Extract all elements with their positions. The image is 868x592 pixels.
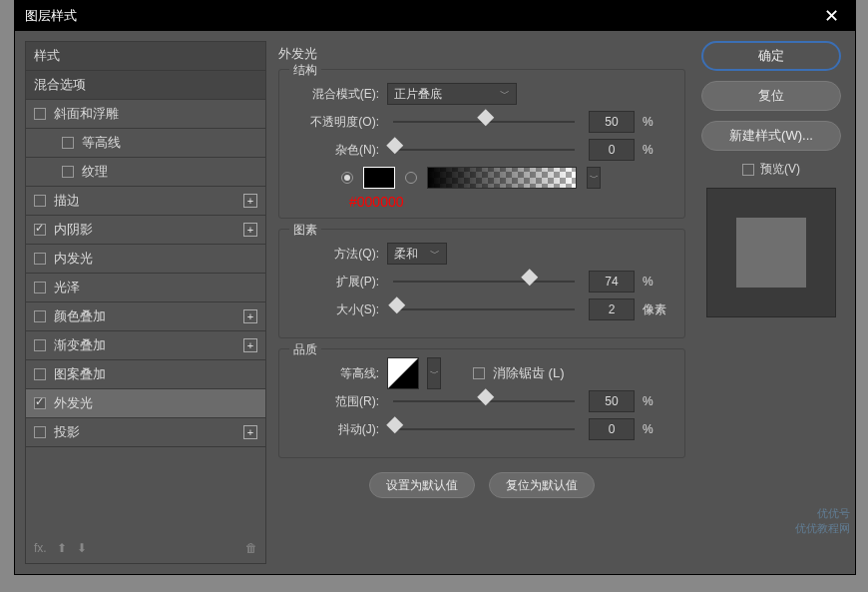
default-buttons-row: 设置为默认值 复位为默认值 [278,472,685,498]
jitter-slider[interactable] [393,428,575,430]
fx-menu[interactable]: fx. [34,541,47,555]
arrow-up-icon[interactable]: ⬆ [57,541,67,555]
noise-input[interactable] [589,139,635,161]
antialias-label: 消除锯齿 (L) [493,364,565,382]
noise-label: 杂色(N): [291,142,379,159]
sidebar-item-outer-glow[interactable]: 外发光 [26,389,265,418]
sidebar-item-gradient-overlay[interactable]: 渐变叠加+ [26,331,265,360]
checkbox-icon[interactable] [34,108,46,120]
sidebar-header-blend[interactable]: 混合选项 [26,71,265,100]
opacity-slider[interactable] [393,121,575,123]
slider-thumb-icon[interactable] [386,137,403,154]
reset-default-button[interactable]: 复位为默认值 [489,472,595,498]
checkbox-icon[interactable] [34,282,46,294]
size-input[interactable] [589,298,635,320]
sidebar-item-inner-glow[interactable]: 内发光 [26,245,265,274]
sidebar-item-inner-shadow[interactable]: 内阴影+ [26,216,265,245]
range-input[interactable] [589,390,635,412]
checkbox-icon[interactable] [34,368,46,380]
gradient-radio[interactable] [405,172,417,184]
checkbox-icon[interactable] [34,253,46,265]
dialog-title: 图层样式 [25,7,77,25]
checkbox-icon[interactable] [34,397,46,409]
slider-thumb-icon[interactable] [386,416,403,433]
spread-input[interactable] [589,271,635,293]
quality-group: 品质 等高线: ﹀ 消除锯齿 (L) 范围(R): % 抖动(J): [278,348,685,458]
contour-swatch[interactable] [387,357,419,389]
checkbox-icon[interactable] [62,137,74,149]
blend-mode-label: 混合模式(E): [291,86,379,103]
sidebar-item-contour[interactable]: 等高线 [26,129,265,158]
structure-legend: 结构 [289,62,321,79]
sidebar-footer: fx. ⬆ ⬇ 🗑 [26,533,265,563]
trash-icon[interactable]: 🗑 [245,541,257,555]
plus-icon[interactable]: + [243,309,257,323]
main-title: 外发光 [278,41,685,69]
jitter-input[interactable] [589,418,635,440]
chevron-down-icon: ﹀ [500,87,510,101]
structure-group: 结构 混合模式(E): 正片叠底﹀ 不透明度(O): % 杂色(N): % [278,69,685,219]
opacity-input[interactable] [589,111,635,133]
plus-icon[interactable]: + [243,223,257,237]
make-default-button[interactable]: 设置为默认值 [369,472,475,498]
sidebar-item-bevel[interactable]: 斜面和浮雕 [26,100,265,129]
checkbox-icon[interactable] [34,310,46,322]
slider-thumb-icon[interactable] [477,388,494,405]
gradient-swatch[interactable] [427,167,577,189]
plus-icon[interactable]: + [243,425,257,439]
method-dropdown[interactable]: 柔和﹀ [387,243,447,265]
size-slider[interactable] [393,308,575,310]
sidebar-item-satin[interactable]: 光泽 [26,274,265,302]
sidebar-item-stroke[interactable]: 描边+ [26,187,265,216]
checkbox-icon[interactable] [34,195,46,207]
color-radio[interactable] [341,172,353,184]
spread-label: 扩展(P): [291,274,379,291]
cancel-button[interactable]: 复位 [701,81,841,111]
arrow-down-icon[interactable]: ⬇ [77,541,87,555]
noise-slider[interactable] [393,149,575,151]
size-label: 大小(S): [291,301,379,318]
elements-group: 图素 方法(Q): 柔和﹀ 扩展(P): % 大小(S): 像素 [278,229,685,338]
range-label: 范围(R): [291,393,379,410]
ok-button[interactable]: 确定 [701,41,841,71]
layer-style-dialog: 图层样式 ✕ 样式 混合选项 斜面和浮雕 等高线 纹理 描边+ 内阴影+ 内发光… [14,0,856,575]
checkbox-icon[interactable] [34,426,46,438]
slider-thumb-icon[interactable] [388,296,405,313]
opacity-label: 不透明度(O): [291,114,379,131]
chevron-down-icon: ﹀ [430,247,440,261]
method-label: 方法(Q): [291,246,379,263]
gradient-dropdown-arrow[interactable]: ﹀ [587,167,601,189]
quality-legend: 品质 [289,341,321,358]
hex-annotation: #000000 [349,194,672,210]
sidebar-item-drop-shadow[interactable]: 投影+ [26,418,265,447]
preview-toggle[interactable]: 预览(V) [742,161,800,178]
preview-box [706,188,836,317]
checkbox-icon[interactable] [62,166,74,178]
contour-dropdown-arrow[interactable]: ﹀ [427,357,441,389]
checkbox-icon[interactable] [742,164,754,176]
checkbox-icon[interactable] [34,339,46,351]
sidebar-item-color-overlay[interactable]: 颜色叠加+ [26,302,265,331]
watermark: 优优号 优优教程网 [795,506,850,536]
sidebar-item-texture[interactable]: 纹理 [26,158,265,187]
antialias-checkbox[interactable] [473,367,485,379]
new-style-button[interactable]: 新建样式(W)... [701,121,841,151]
spread-slider[interactable] [393,281,575,283]
color-swatch[interactable] [363,167,395,189]
slider-thumb-icon[interactable] [477,109,494,126]
close-icon[interactable]: ✕ [818,5,845,27]
slider-thumb-icon[interactable] [521,269,538,286]
right-panel: 确定 复位 新建样式(W)... 预览(V) [697,41,845,564]
range-slider[interactable] [393,400,575,402]
sidebar-item-pattern-overlay[interactable]: 图案叠加 [26,360,265,389]
plus-icon[interactable]: + [243,194,257,208]
dialog-body: 样式 混合选项 斜面和浮雕 等高线 纹理 描边+ 内阴影+ 内发光 光泽 颜色叠… [15,31,855,574]
checkbox-icon[interactable] [34,224,46,236]
blend-mode-dropdown[interactable]: 正片叠底﹀ [387,83,517,105]
contour-label: 等高线: [291,365,379,382]
styles-sidebar: 样式 混合选项 斜面和浮雕 等高线 纹理 描边+ 内阴影+ 内发光 光泽 颜色叠… [25,41,266,564]
main-panel: 外发光 结构 混合模式(E): 正片叠底﹀ 不透明度(O): % 杂色(N): [278,41,685,564]
sidebar-header-styles[interactable]: 样式 [26,42,265,71]
plus-icon[interactable]: + [243,338,257,352]
jitter-label: 抖动(J): [291,421,379,438]
